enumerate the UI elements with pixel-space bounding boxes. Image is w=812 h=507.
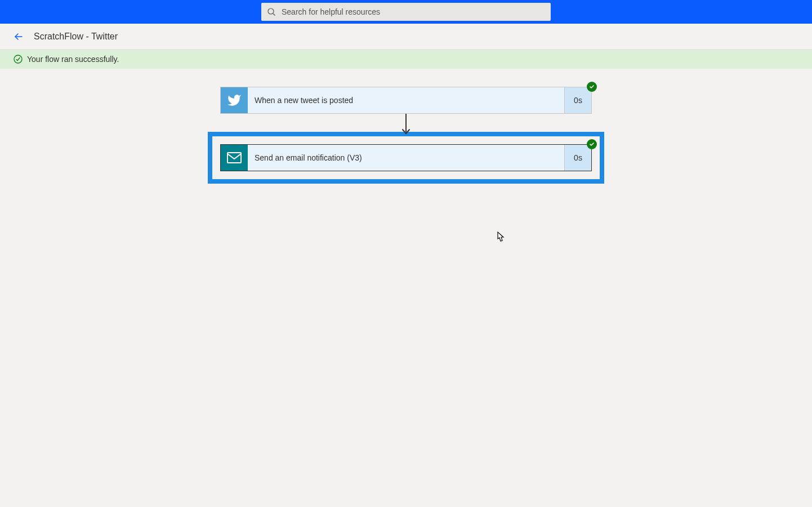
title-bar: ScratchFlow - Twitter <box>0 24 812 50</box>
step-highlight: Send an email notification (V3) 0s <box>208 132 604 184</box>
arrow-down-icon <box>401 128 411 135</box>
status-banner: Your flow ran successfully. <box>0 50 812 69</box>
search-input[interactable]: Search for helpful resources <box>261 3 551 21</box>
arrow-left-icon <box>14 32 24 42</box>
check-icon <box>589 141 595 147</box>
flow-step-label: When a new tweet is posted <box>248 87 564 113</box>
email-icon <box>221 145 248 171</box>
step-success-badge <box>587 139 597 149</box>
svg-point-3 <box>14 55 22 63</box>
top-bar: Search for helpful resources <box>0 0 812 24</box>
success-icon <box>14 55 23 64</box>
flow-step-duration: 0s <box>564 145 591 171</box>
flow-step-label: Send an email notification (V3) <box>248 145 564 171</box>
svg-point-0 <box>268 8 274 14</box>
twitter-icon <box>221 87 248 113</box>
cursor-pointer-icon <box>494 231 506 244</box>
svg-line-1 <box>273 14 275 16</box>
svg-rect-4 <box>227 153 241 163</box>
flow-step-duration: 0s <box>564 87 591 113</box>
status-message: Your flow ran successfully. <box>27 55 119 64</box>
flow-step-trigger[interactable]: When a new tweet is posted 0s <box>220 87 592 114</box>
search-icon <box>267 7 276 16</box>
flow-step-action[interactable]: Send an email notification (V3) 0s <box>220 144 592 171</box>
check-icon <box>589 84 595 90</box>
back-button[interactable] <box>14 32 24 42</box>
page-title: ScratchFlow - Twitter <box>34 32 118 42</box>
search-placeholder: Search for helpful resources <box>282 7 380 16</box>
flow-connector <box>405 114 407 132</box>
flow-canvas: When a new tweet is posted 0s Send an em… <box>0 69 812 184</box>
step-success-badge <box>587 82 597 92</box>
